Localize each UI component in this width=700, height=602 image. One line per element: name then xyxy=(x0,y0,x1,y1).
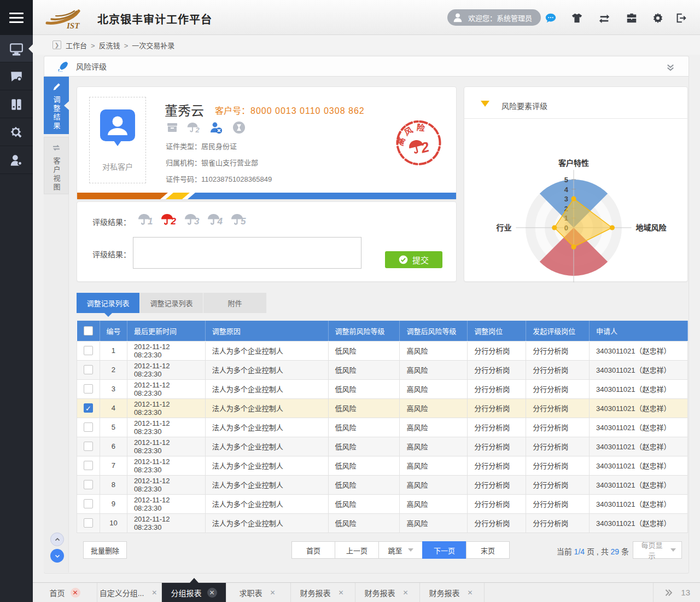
row-checkbox[interactable] xyxy=(84,442,93,451)
cell-no: 2 xyxy=(100,360,127,379)
rating-level-3[interactable]: 3 xyxy=(184,213,199,226)
chevrons-right-icon[interactable] xyxy=(663,588,673,598)
record-tab-1[interactable]: 调整记录列表 xyxy=(77,293,139,313)
theme-icon[interactable] xyxy=(570,11,584,25)
briefcase-icon[interactable] xyxy=(625,11,639,25)
customer-cert-type: 证件类型：居民身份证 xyxy=(166,141,237,151)
bottom-tab-label: 求职表 xyxy=(240,587,262,598)
cell-reason: 法人为多个企业控制人 xyxy=(205,418,328,437)
cell-origin: 分行分析岗 xyxy=(526,398,590,418)
sidebar-item-messages[interactable] xyxy=(0,63,33,90)
cell-after: 高风险 xyxy=(400,360,468,379)
bottom-tab-1[interactable]: 首页✕ xyxy=(33,583,97,602)
close-icon[interactable]: ✕ xyxy=(465,588,475,598)
first-page-button[interactable]: 首页 xyxy=(291,541,335,559)
row-checkbox[interactable] xyxy=(84,461,93,470)
archive-box-icon[interactable] xyxy=(165,120,180,135)
rating-level-2[interactable]: 2 xyxy=(160,213,176,226)
rating-comment-input[interactable] xyxy=(133,237,361,269)
submit-button[interactable]: 提交 xyxy=(385,251,442,268)
cell-post: 分行分析岗 xyxy=(468,360,526,379)
cell-before: 低风险 xyxy=(328,513,400,532)
bottom-tab-3[interactable]: 分组报表✕ xyxy=(162,583,226,602)
row-checkbox[interactable] xyxy=(84,499,93,508)
sidebar-item-workbench[interactable] xyxy=(0,35,33,62)
bottom-tab-7[interactable]: 财务报表✕ xyxy=(420,583,485,602)
record-tab-3[interactable]: 附件 xyxy=(203,293,266,313)
rating-level-4[interactable]: 4 xyxy=(207,213,222,226)
user-remove-icon[interactable] xyxy=(208,120,224,135)
adjust-record-table: 编号最后更新时间调整原因调整前风险等级调整后风险等级调整岗位发起评级岗位申请人 … xyxy=(77,321,688,533)
select-all-header xyxy=(77,321,100,341)
bottom-tab-5[interactable]: 财务报表✕ xyxy=(291,583,355,602)
close-icon[interactable]: ✕ xyxy=(207,588,217,598)
breadcrumb-item[interactable]: 反洗钱 xyxy=(99,42,120,50)
next-page-button[interactable]: 下一页 xyxy=(422,541,466,559)
close-icon[interactable]: ✕ xyxy=(401,588,411,598)
bottom-tab-2[interactable]: 自定义分组...✕ xyxy=(97,583,162,602)
avatar-icon xyxy=(452,11,464,24)
prev-page-button[interactable]: 上一页 xyxy=(335,541,379,559)
strip-scroll-up-button[interactable] xyxy=(50,532,64,546)
sidebar-item-users[interactable] xyxy=(0,147,33,174)
rating-level-1[interactable]: 1 xyxy=(137,213,153,226)
side-tab-customer-view[interactable]: 客户视图 xyxy=(44,137,69,194)
bottom-tab-label: 分组报表 xyxy=(171,587,202,598)
user-welcome-pill[interactable]: 欢迎您：系统管理员 xyxy=(447,9,541,26)
umbrella-level2-icon[interactable]: 2 xyxy=(185,120,201,135)
cell-reason: 法人为多个企业控制人 xyxy=(205,398,328,418)
breadcrumb-item[interactable]: 工作台 xyxy=(66,42,87,50)
record-tabs: 调整记录列表调整记录列表附件 xyxy=(77,293,266,313)
svg-text:2: 2 xyxy=(418,138,431,157)
row-checkbox[interactable] xyxy=(84,518,93,528)
record-tab-2[interactable]: 调整记录列表 xyxy=(140,293,203,313)
pagination-info: 当前 1/4 页 , 共 29 条 xyxy=(539,546,629,557)
cell-no: 8 xyxy=(100,475,127,494)
close-icon[interactable]: ✕ xyxy=(336,588,346,598)
rating-level-5[interactable]: 5 xyxy=(230,213,246,226)
table-row: 22012-11-12 08:23:30法人为多个企业控制人低风险高风险分行分析… xyxy=(77,360,688,379)
breadcrumb-item[interactable]: 一次交易补录 xyxy=(132,42,174,50)
chevron-up-icon xyxy=(54,536,61,543)
last-page-button[interactable]: 末页 xyxy=(466,541,510,559)
chevron-double-down-icon[interactable] xyxy=(666,62,675,72)
batch-delete-button[interactable]: 批量删除 xyxy=(83,541,127,559)
row-checkbox[interactable] xyxy=(84,365,93,374)
hamburger-menu-icon[interactable] xyxy=(0,0,33,35)
row-checkbox[interactable] xyxy=(84,346,93,355)
bottom-tab-label: 财务报表 xyxy=(429,587,460,598)
strip-scroll-down-button[interactable] xyxy=(50,549,64,563)
row-checkbox[interactable] xyxy=(84,480,93,489)
row-checkbox[interactable] xyxy=(84,384,93,393)
sidebar-item-archives[interactable] xyxy=(0,91,33,118)
sidebar-item-system[interactable] xyxy=(0,119,33,146)
message-icon[interactable] xyxy=(544,11,558,25)
cell-origin: 分行分析岗 xyxy=(526,475,590,494)
close-icon[interactable]: ✕ xyxy=(71,588,80,598)
sidebar-active-notch xyxy=(28,44,33,53)
bottom-tab-6[interactable]: 财务报表✕ xyxy=(355,583,420,602)
row-checkbox[interactable]: ✓ xyxy=(84,403,93,413)
bottom-tab-4[interactable]: 求职表✕ xyxy=(226,583,291,602)
transfer-icon[interactable] xyxy=(597,11,611,25)
settings-icon[interactable] xyxy=(651,11,665,25)
logout-icon[interactable] xyxy=(674,11,688,25)
customer-org: 归属机构：银雀山支行营业部 xyxy=(166,157,258,167)
page-size-dropdown[interactable]: 每页显示 xyxy=(633,541,682,559)
risk-factor-panel: 风险要素评级 012345客户特性地域风险金融业务行业 xyxy=(464,86,688,282)
hourglass-icon[interactable] xyxy=(231,120,247,135)
customer-cert-no: 证件号码：110238751028365849 xyxy=(166,173,272,184)
risk-rating-panel-header[interactable]: 风险评级 xyxy=(44,56,689,77)
row-checkbox[interactable] xyxy=(84,422,93,432)
cell-reason: 法人为多个企业控制人 xyxy=(205,513,328,532)
cell-after: 高风险 xyxy=(400,475,468,494)
cell-before: 低风险 xyxy=(328,475,400,494)
jump-to-dropdown[interactable]: 跳至 xyxy=(378,541,423,559)
cell-time: 2012-11-12 08:23:30 xyxy=(127,475,205,494)
bottom-tab-bar: 首页✕自定义分组...✕分组报表✕求职表✕财务报表✕财务报表✕财务报表✕ 13 xyxy=(33,582,700,602)
cell-post: 分行分析岗 xyxy=(468,379,526,398)
select-all-checkbox[interactable] xyxy=(84,326,93,335)
close-icon[interactable]: ✕ xyxy=(149,588,159,598)
close-icon[interactable]: ✕ xyxy=(268,588,278,598)
cell-origin: 分行分析岗 xyxy=(526,341,590,360)
